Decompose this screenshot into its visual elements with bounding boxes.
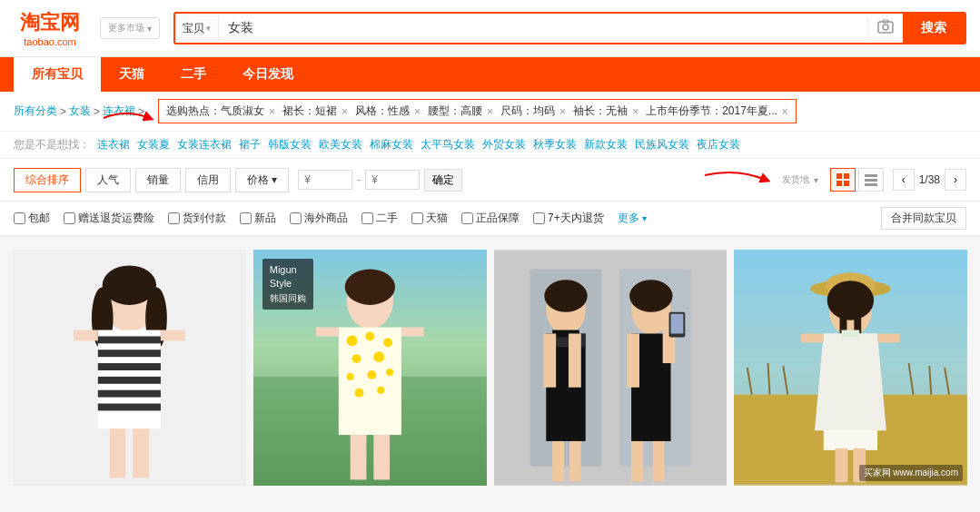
filter-tag-hotspot: 选购热点：气质淑女 × [166,103,275,119]
svg-rect-4 [844,173,849,179]
filter-7day-return[interactable]: 7+天内退货 [533,211,604,226]
filter-authentic[interactable]: 正品保障 [461,211,520,226]
suggest-xinkuan[interactable]: 新款女装 [584,137,628,153]
svg-point-32 [365,332,374,341]
svg-rect-23 [161,330,185,341]
svg-rect-65 [652,441,664,481]
breadcrumb-all-categories[interactable]: 所有分类 [14,103,57,119]
svg-rect-21 [98,404,161,411]
arrow-decoration-2 [700,166,773,193]
price-from-input[interactable] [298,170,352,190]
suggest-qunzi[interactable]: 裙子 [239,137,261,153]
breadcrumb-dresses[interactable]: 连衣裙 [103,103,135,119]
remove-filter-waist[interactable]: × [487,105,493,118]
chevron-down-icon: ▾ [206,24,211,33]
page-info: 1/38 [919,173,940,186]
filter-new[interactable]: 新品 [240,211,276,226]
search-category-select[interactable]: 宝贝 ▾ [175,15,219,42]
filter-row: 所有分类 > 女装 > 连衣裙 > 选购热点：气质淑女 × 裙长：短裙 × 风格… [0,92,980,132]
svg-rect-63 [670,314,683,334]
filter-tag-size: 尺码：均码 × [500,103,566,119]
dress-illustration-4 [734,250,967,486]
svg-rect-24 [110,428,126,478]
sort-comprehensive[interactable]: 综合排序 [14,168,81,192]
market-button[interactable]: 更多市场 ▾ [100,17,160,39]
tab-secondhand[interactable]: 二手 [163,57,224,92]
breadcrumb: 所有分类 > 女装 > 连衣裙 > [14,103,144,119]
remove-filter-sleeve[interactable]: × [632,105,638,118]
product-image-4: 买家网 www.maijia.com [734,250,967,486]
filter-secondhand[interactable]: 二手 [361,211,398,226]
svg-point-29 [344,269,394,305]
suggest-label: 您是不是想找： [14,137,90,153]
svg-rect-64 [631,441,643,481]
svg-point-36 [346,373,353,380]
dress-illustration-3 [494,250,728,486]
filter-return-insurance[interactable]: 赠送退货运费险 [64,211,154,226]
suggest-qiuji[interactable]: 秋季女装 [533,137,577,153]
remove-filter-size[interactable]: × [559,105,566,118]
svg-point-39 [354,389,363,398]
remove-filter-hotspot[interactable]: × [269,105,275,118]
svg-rect-18 [98,363,161,370]
price-confirm-button[interactable]: 确定 [424,169,462,192]
grid-view-button[interactable] [830,168,856,192]
price-to-input[interactable] [365,170,420,190]
filter-cod[interactable]: 货到付款 [168,211,226,226]
sort-sales[interactable]: 销量 [135,168,181,192]
prev-page-button[interactable]: ‹ [893,169,915,191]
suggest-lianyiqun[interactable]: 连衣裙 [97,137,130,153]
sort-popularity[interactable]: 人气 [85,168,131,192]
more-filters-button[interactable]: 更多 ▾ [618,211,647,226]
breadcrumb-womens[interactable]: 女装 [69,103,91,119]
svg-rect-5 [836,181,842,186]
search-input[interactable] [219,15,867,41]
svg-rect-43 [350,435,366,479]
suggest-yedian[interactable]: 夜店女装 [697,137,740,153]
svg-rect-55 [552,441,564,481]
suggest-mianma[interactable]: 棉麻女装 [370,137,413,153]
suggestions-row: 您是不是想找： 连衣裙 女装夏 女装连衣裙 裙子 韩版女装 欧美女装 棉麻女装 … [0,132,980,159]
dress-illustration-2 [253,250,487,486]
product-card-1[interactable] [13,250,246,486]
filter-tmall[interactable]: 天猫 [411,211,448,226]
combine-similar-button[interactable]: 合并同款宝贝 [881,207,966,230]
svg-point-58 [629,280,672,312]
price-separator: - [357,173,361,186]
product-card-2[interactable]: MigunStyle韩国同购 [253,250,487,486]
sort-price[interactable]: 价格 ▾ [235,168,289,192]
filter-free-shipping[interactable]: 包邮 [14,211,50,226]
origin-filter[interactable]: 发货地 ▾ [782,173,818,186]
suggest-taipingnia[interactable]: 太平鸟女装 [421,137,475,153]
search-button[interactable]: 搜索 [903,14,965,43]
svg-rect-3 [836,173,842,179]
svg-rect-81 [842,330,860,338]
sort-credit[interactable]: 信用 [185,168,231,192]
svg-rect-60 [627,333,639,387]
svg-point-38 [386,369,393,376]
remove-filter-skirt-length[interactable]: × [342,105,348,118]
list-view-button[interactable] [858,168,884,192]
suggest-nvzhuang-lianyiqun[interactable]: 女装连衣裙 [177,137,232,153]
tab-tmall[interactable]: 天猫 [101,57,163,92]
svg-rect-84 [836,448,848,483]
remove-filter-season[interactable]: × [782,105,788,118]
checkbox-row: 包邮 赠送退货运费险 货到付款 新品 海外商品 二手 天猫 正品保障 7+天内退… [0,202,980,237]
suggest-waimao[interactable]: 外贸女装 [482,137,526,153]
svg-rect-16 [98,336,161,343]
next-page-button[interactable]: › [945,169,966,191]
tab-all[interactable]: 所有宝贝 [14,57,101,92]
watermark-4: 买家网 www.maijia.com [859,465,963,481]
camera-icon[interactable] [867,18,903,38]
product-card-4[interactable]: 买家网 www.maijia.com [734,250,967,486]
suggest-hanban[interactable]: 韩版女装 [268,137,312,153]
filter-tag-sleeve: 袖长：无袖 × [573,103,638,119]
product-card-3[interactable] [494,250,728,486]
tab-discover[interactable]: 今日发现 [224,57,312,92]
suggest-oumei[interactable]: 欧美女装 [319,137,362,153]
remove-filter-style[interactable]: × [414,105,421,118]
suggest-nvzhuangxia[interactable]: 女装夏 [137,137,170,153]
suggest-minzu[interactable]: 民族风女装 [635,137,689,153]
filter-overseas[interactable]: 海外商品 [290,211,348,226]
svg-point-35 [373,351,384,362]
